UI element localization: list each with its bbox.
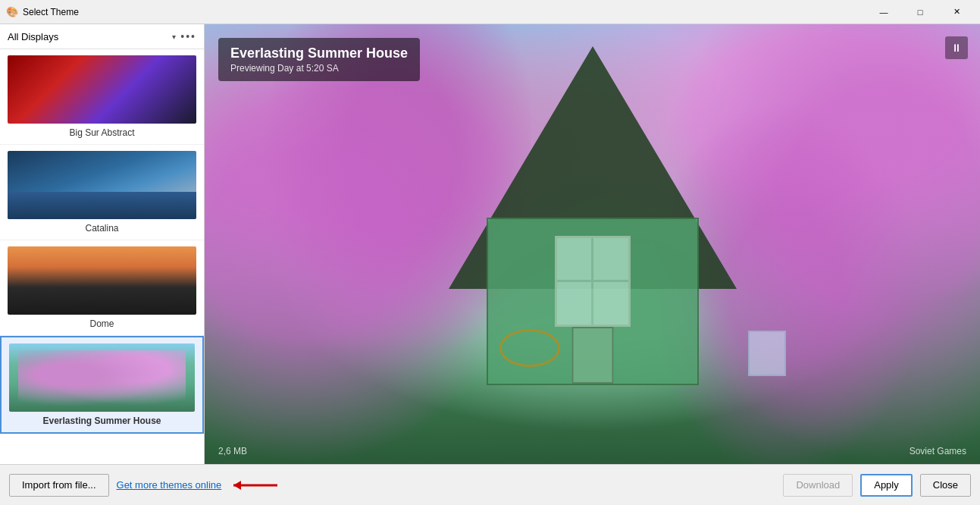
theme-thumbnail-catalina — [8, 151, 196, 219]
import-button[interactable]: Import from file... — [9, 474, 109, 497]
preview-filesize: 2,6 MB — [218, 446, 247, 456]
svg-marker-1 — [233, 481, 241, 490]
bottom-bar: Import from file... Get more themes onli… — [0, 464, 980, 505]
theme-item-dome[interactable]: Dome — [0, 240, 204, 336]
app-icon: 🎨 — [6, 6, 18, 18]
minimize-button[interactable]: — — [866, 0, 901, 24]
sidebar-header: All Displays ▾ ••• — [0, 24, 204, 49]
theme-label-big-sur: Big Sur Abstract — [8, 127, 196, 138]
apply-button[interactable]: Apply — [860, 474, 913, 497]
house-overlay — [205, 24, 980, 464]
theme-item-big-sur[interactable]: Big Sur Abstract — [0, 49, 204, 145]
theme-label-dome: Dome — [8, 318, 196, 329]
close-button[interactable]: ✕ — [939, 0, 974, 24]
theme-thumbnail-big-sur — [8, 55, 196, 124]
preview-title: Everlasting Summer House — [230, 45, 408, 61]
display-label: All Displays — [8, 31, 168, 42]
theme-label-everlasting: Everlasting Summer House — [9, 416, 195, 426]
bike-wheel — [499, 329, 560, 367]
title-bar: 🎨 Select Theme — □ ✕ — [0, 0, 980, 24]
more-options-icon[interactable]: ••• — [180, 30, 196, 42]
preview-info-box: Everlasting Summer House Previewing Day … — [218, 38, 420, 81]
preview-area: Everlasting Summer House Previewing Day … — [205, 24, 980, 464]
maximize-button[interactable]: □ — [903, 0, 938, 24]
pause-button[interactable]: ⏸ — [945, 36, 968, 59]
title-bar-left: 🎨 Select Theme — [6, 6, 79, 18]
title-bar-controls: — □ ✕ — [866, 0, 974, 24]
preview-subtitle: Previewing Day at 5:20 SA — [230, 63, 408, 74]
preview-brand: Soviet Games — [910, 446, 966, 456]
theme-thumbnail-dome — [8, 246, 196, 315]
get-more-themes-link[interactable]: Get more themes online — [117, 479, 222, 491]
sidebar: All Displays ▾ ••• Big Sur Abstract Cata… — [0, 24, 205, 464]
download-button[interactable]: Download — [783, 474, 853, 497]
theme-list: Big Sur Abstract Catalina Dome Everlasti… — [0, 49, 204, 464]
red-arrow-icon — [226, 476, 279, 494]
theme-item-everlasting[interactable]: Everlasting Summer House — [0, 336, 204, 434]
theme-label-catalina: Catalina — [8, 223, 196, 234]
theme-thumbnail-everlasting — [9, 343, 195, 412]
theme-item-catalina[interactable]: Catalina — [0, 145, 204, 240]
get-more-container: Get more themes online — [117, 476, 280, 494]
main-content: All Displays ▾ ••• Big Sur Abstract Cata… — [0, 24, 980, 464]
house-window — [555, 236, 631, 327]
window-title: Select Theme — [23, 7, 79, 17]
preview-image — [205, 24, 980, 464]
house-door — [571, 327, 613, 384]
close-dialog-button[interactable]: Close — [920, 474, 971, 497]
deck-chair — [748, 331, 786, 376]
dropdown-arrow-icon[interactable]: ▾ — [172, 33, 176, 41]
